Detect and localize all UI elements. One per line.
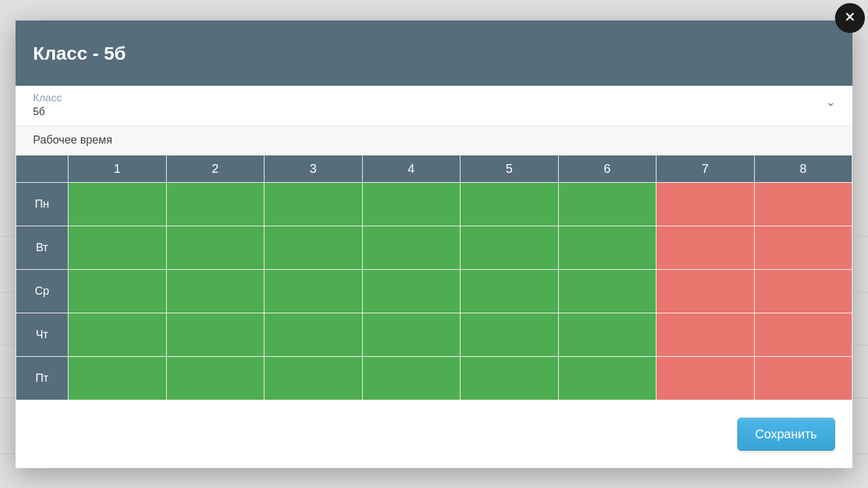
- select-label: Класс: [33, 92, 835, 104]
- day-label: Вт: [16, 226, 68, 270]
- schedule-slot[interactable]: [558, 226, 656, 270]
- schedule-slot[interactable]: [264, 270, 363, 313]
- schedule-slot[interactable]: [362, 183, 460, 226]
- section-header: Рабочее время: [16, 126, 852, 155]
- schedule-slot[interactable]: [68, 357, 167, 400]
- schedule-slot[interactable]: [460, 183, 559, 226]
- close-icon: [844, 11, 856, 25]
- select-value: 5б: [33, 106, 835, 118]
- table-row: Ср: [16, 270, 852, 313]
- schedule-slot[interactable]: [166, 313, 264, 357]
- schedule-slot[interactable]: [68, 313, 167, 357]
- schedule-slot[interactable]: [166, 357, 264, 400]
- schedule-slot[interactable]: [166, 270, 264, 313]
- schedule-slot[interactable]: [362, 357, 460, 400]
- table-corner: [16, 155, 68, 183]
- table-row: Пн: [16, 183, 852, 226]
- schedule-slot[interactable]: [754, 226, 852, 270]
- save-button[interactable]: Сохранить: [737, 418, 835, 451]
- period-header: 8: [754, 155, 852, 183]
- schedule-slot[interactable]: [68, 270, 167, 313]
- table-row: Пт: [16, 357, 852, 400]
- chevron-down-icon: [826, 100, 835, 111]
- close-button[interactable]: [835, 3, 865, 33]
- table-row: Вт: [16, 226, 852, 270]
- schedule-slot[interactable]: [264, 226, 363, 270]
- period-header: 5: [460, 155, 559, 183]
- schedule-slot[interactable]: [264, 183, 363, 226]
- period-header: 4: [362, 155, 460, 183]
- schedule-slot[interactable]: [166, 183, 264, 226]
- schedule-table: 12345678 ПнВтСрЧтПт: [16, 155, 852, 400]
- schedule-slot[interactable]: [656, 357, 755, 400]
- modal-footer: Сохранить: [16, 400, 852, 468]
- schedule-slot[interactable]: [754, 270, 852, 313]
- schedule-slot[interactable]: [558, 270, 656, 313]
- table-row: Чт: [16, 313, 852, 357]
- schedule-slot[interactable]: [68, 226, 167, 270]
- schedule-slot[interactable]: [754, 357, 852, 400]
- modal-header: Класс - 5б: [16, 21, 852, 86]
- period-header: 7: [656, 155, 755, 183]
- schedule-slot[interactable]: [754, 183, 852, 226]
- schedule-slot[interactable]: [362, 226, 460, 270]
- period-header: 3: [264, 155, 363, 183]
- period-header: 6: [558, 155, 656, 183]
- schedule-slot[interactable]: [460, 226, 559, 270]
- class-select[interactable]: Класс 5б: [16, 86, 852, 126]
- schedule-slot[interactable]: [656, 226, 755, 270]
- schedule-slot[interactable]: [460, 270, 559, 313]
- class-schedule-modal: Класс - 5б Класс 5б Рабочее время 123456…: [16, 21, 852, 468]
- schedule-slot[interactable]: [264, 357, 363, 400]
- schedule-slot[interactable]: [460, 313, 559, 357]
- schedule-slot[interactable]: [656, 313, 755, 357]
- schedule-slot[interactable]: [558, 313, 656, 357]
- schedule-slot[interactable]: [460, 357, 559, 400]
- schedule-slot[interactable]: [264, 313, 363, 357]
- day-label: Пт: [16, 357, 68, 400]
- schedule-slot[interactable]: [362, 270, 460, 313]
- day-label: Пн: [16, 183, 68, 226]
- schedule-slot[interactable]: [558, 183, 656, 226]
- period-header: 1: [68, 155, 167, 183]
- schedule-slot[interactable]: [362, 313, 460, 357]
- schedule-slot[interactable]: [68, 183, 167, 226]
- schedule-slot[interactable]: [754, 313, 852, 357]
- schedule-slot[interactable]: [166, 226, 264, 270]
- schedule-slot[interactable]: [656, 183, 755, 226]
- day-label: Чт: [16, 313, 68, 357]
- day-label: Ср: [16, 270, 68, 313]
- schedule-slot[interactable]: [656, 270, 755, 313]
- period-header: 2: [166, 155, 264, 183]
- schedule-slot[interactable]: [558, 357, 656, 400]
- modal-title: Класс - 5б: [33, 43, 126, 64]
